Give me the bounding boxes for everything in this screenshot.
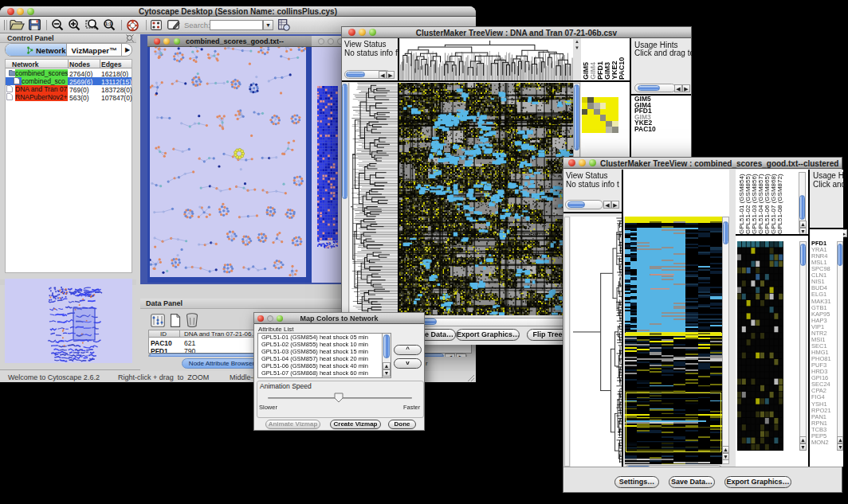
svg-text:1:1: 1:1 [105, 21, 112, 26]
